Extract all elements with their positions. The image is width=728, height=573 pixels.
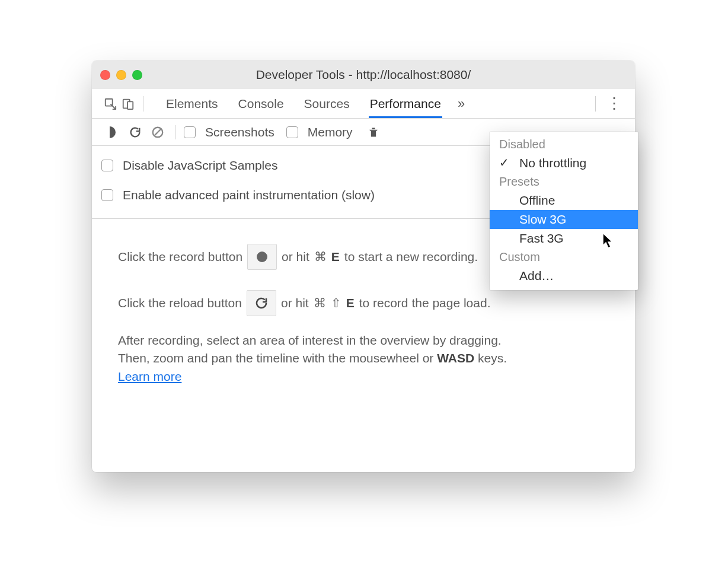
- tab-performance[interactable]: Performance: [369, 90, 442, 118]
- screenshots-label: Screenshots: [205, 125, 274, 139]
- svg-rect-2: [127, 101, 133, 109]
- reload-record-button[interactable]: [126, 123, 144, 141]
- separator: [595, 96, 596, 112]
- dropdown-item-fast-3g[interactable]: Fast 3G: [490, 229, 638, 248]
- separator: [143, 96, 143, 112]
- shortcut-key: E: [331, 248, 340, 266]
- svg-rect-6: [372, 128, 375, 129]
- help-text-line2: Then, zoom and pan the timeline with the…: [118, 349, 609, 367]
- tab-sources[interactable]: Sources: [303, 90, 351, 118]
- reload-hint-suffix: to record the page load.: [359, 294, 491, 312]
- svg-line-4: [155, 129, 161, 135]
- record-button[interactable]: [104, 123, 122, 141]
- reload-button-inline[interactable]: [247, 290, 276, 316]
- window-title: Developer Tools - http://localhost:8080/: [92, 68, 635, 82]
- tab-console[interactable]: Console: [237, 90, 285, 118]
- shortcut-key: E: [346, 294, 355, 312]
- dropdown-group-custom: Custom: [490, 248, 638, 266]
- record-hint-prefix: Click the record button: [118, 248, 242, 266]
- cmd-icon: ⌘: [314, 294, 326, 312]
- screenshots-checkbox[interactable]: [184, 126, 196, 138]
- inspect-element-icon[interactable]: [101, 95, 119, 113]
- memory-checkbox[interactable]: [286, 126, 298, 138]
- svg-rect-5: [371, 130, 375, 136]
- dropdown-item-slow-3g[interactable]: Slow 3G: [490, 210, 638, 229]
- dropdown-item-add[interactable]: Add…: [490, 266, 638, 285]
- cmd-icon: ⌘: [314, 248, 327, 266]
- record-hint-suffix: to start a new recording.: [344, 248, 478, 266]
- more-options-button[interactable]: ⋮: [602, 94, 627, 113]
- network-throttling-dropdown[interactable]: Disabled No throttling Presets Offline S…: [490, 132, 638, 290]
- dropdown-group-presets: Presets: [490, 173, 638, 191]
- garbage-collect-icon[interactable]: [365, 123, 382, 141]
- record-hint-mid: or hit: [282, 248, 309, 266]
- learn-more-link[interactable]: Learn more: [118, 370, 181, 383]
- dropdown-group-disabled: Disabled: [490, 135, 638, 154]
- devtools-window: Developer Tools - http://localhost:8080/…: [92, 61, 635, 472]
- reload-hint-prefix: Click the reload button: [118, 294, 242, 312]
- tab-elements[interactable]: Elements: [165, 90, 219, 118]
- tabs-overflow-button[interactable]: »: [458, 96, 465, 112]
- clear-button[interactable]: [149, 123, 167, 141]
- disable-js-samples-checkbox[interactable]: [101, 160, 113, 171]
- record-dot-icon: [257, 252, 267, 262]
- panel-tabbar: Elements Console Sources Performance » ⋮: [92, 89, 635, 119]
- record-button-inline[interactable]: [247, 244, 277, 270]
- memory-label: Memory: [308, 125, 353, 139]
- reload-hint-mid: or hit: [281, 294, 309, 312]
- panel-tabs: Elements Console Sources Performance: [165, 90, 442, 118]
- titlebar: Developer Tools - http://localhost:8080/: [92, 61, 635, 89]
- paint-instrumentation-checkbox[interactable]: [101, 189, 113, 201]
- reload-icon: [254, 296, 269, 310]
- help-text-line1: After recording, select an area of inter…: [118, 332, 609, 349]
- separator: [175, 125, 175, 139]
- shift-icon: ⇧: [331, 294, 341, 312]
- device-toolbar-icon[interactable]: [119, 95, 137, 113]
- dropdown-item-no-throttling[interactable]: No throttling: [490, 154, 638, 173]
- dropdown-item-offline[interactable]: Offline: [490, 191, 638, 210]
